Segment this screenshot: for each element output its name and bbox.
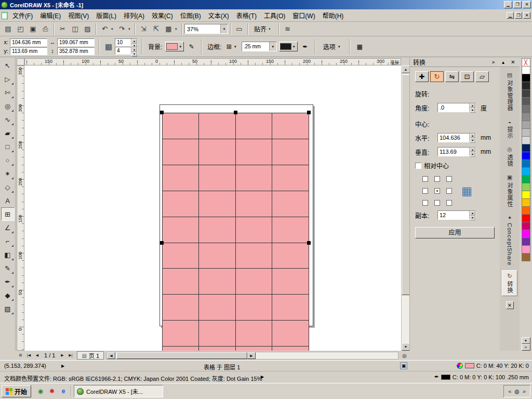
table-cell[interactable] <box>236 321 272 347</box>
docker-tab[interactable]: ◒提示 <box>502 116 517 141</box>
export-icon[interactable]: ⇱ <box>150 23 162 35</box>
text-tool[interactable]: A <box>1 194 15 207</box>
connector-tool[interactable]: ⌐ <box>1 234 15 248</box>
anchor-point[interactable] <box>422 200 428 206</box>
table-cell[interactable] <box>272 139 309 165</box>
expander-icon[interactable]: ▶ <box>261 375 264 379</box>
palette-swatch[interactable] <box>522 97 530 105</box>
chevron-down-icon[interactable]: ▾ <box>220 24 228 33</box>
crop-tool[interactable]: ✄ <box>1 86 15 99</box>
table-cell[interactable] <box>272 113 309 139</box>
table-cell[interactable] <box>163 139 199 165</box>
anchor-point[interactable] <box>434 176 440 182</box>
table-cell[interactable] <box>163 191 199 217</box>
chevron-down-icon[interactable]: ▾ <box>269 42 276 51</box>
chevron-down-icon[interactable]: ▾ <box>128 27 132 31</box>
v-scrollbar[interactable]: ▲ ▼ <box>401 65 409 351</box>
polygon-tool[interactable]: ✶ <box>1 167 15 180</box>
table-cell[interactable] <box>236 243 272 269</box>
center-v-stepper[interactable]: ▴▾ <box>437 147 476 156</box>
add-page-icon[interactable]: ⊞ <box>17 352 24 360</box>
center-h-input[interactable] <box>438 134 469 142</box>
table-cell[interactable] <box>236 165 272 191</box>
palette-swatch[interactable] <box>522 89 530 98</box>
table-cell[interactable] <box>199 269 235 295</box>
cell-margins-button[interactable]: ▦ <box>354 41 365 52</box>
palette-swatch[interactable] <box>522 152 530 160</box>
menu-item[interactable]: 位图(B) <box>177 10 205 21</box>
table-cell[interactable] <box>163 321 199 347</box>
cut-icon[interactable]: ✂ <box>57 23 69 35</box>
x-position-input[interactable] <box>10 38 47 46</box>
h-scroll-thumb[interactable] <box>116 352 247 359</box>
table-cell[interactable] <box>236 347 272 351</box>
page-tab[interactable]: ▤ 页 1 <box>77 351 104 360</box>
palette-swatch[interactable] <box>522 175 530 183</box>
rotate-mode-icon[interactable]: ↻ <box>430 71 444 82</box>
palette-flyout-icon[interactable]: » <box>522 344 530 351</box>
palette-swatch[interactable] <box>522 128 530 137</box>
palette-swatch[interactable] <box>522 105 530 113</box>
table-cell[interactable] <box>163 347 199 351</box>
anchor-point[interactable]: • <box>434 188 440 194</box>
columns-input[interactable] <box>115 47 131 54</box>
chevron-down-icon[interactable]: ▾ <box>111 27 115 31</box>
v-scroll-thumb[interactable] <box>402 74 410 295</box>
zoom-level-combo[interactable]: 37%▾ <box>184 24 228 34</box>
scroll-down-icon[interactable]: ▼ <box>402 343 410 351</box>
anchor-point[interactable] <box>446 200 452 206</box>
quick-launch-app-icon[interactable]: ✱ <box>47 386 57 396</box>
table-cell[interactable] <box>199 295 235 321</box>
anchor-point[interactable] <box>446 188 452 194</box>
palette-scroll-down-icon[interactable]: ▾ <box>522 337 530 344</box>
table-cell[interactable] <box>236 191 272 217</box>
start-button[interactable]: 开始 <box>2 385 31 397</box>
zoom-tool[interactable]: ◎ <box>1 99 15 113</box>
blend-tool[interactable]: ◧ <box>1 248 15 261</box>
last-page-button[interactable]: ▶| <box>66 352 74 360</box>
palette-swatch[interactable] <box>522 167 530 176</box>
anchor-point[interactable] <box>446 176 452 182</box>
spin-up-icon[interactable]: ▴ <box>470 134 475 138</box>
table-cell[interactable] <box>199 321 235 347</box>
table-cell[interactable] <box>236 295 272 321</box>
table-cell[interactable] <box>163 295 199 321</box>
prev-page-button[interactable]: ◀ <box>33 352 41 360</box>
eyedropper-tool[interactable]: ✎ <box>1 261 15 275</box>
center-h-stepper[interactable]: ▴▾ <box>437 133 476 142</box>
table-cell[interactable] <box>272 191 309 217</box>
palette-swatch[interactable] <box>522 191 530 199</box>
menu-item[interactable]: 帮助(H) <box>319 10 348 21</box>
apply-button[interactable]: 应用 <box>415 227 495 238</box>
table-cell[interactable] <box>272 321 309 347</box>
restore-icon[interactable]: ❐ <box>513 1 522 8</box>
dimension-tool[interactable]: ∠ <box>1 221 15 234</box>
tray-network-icon[interactable]: ◍ <box>514 388 520 395</box>
close-icon[interactable]: ✕ <box>523 1 531 8</box>
outline-pen-tool[interactable]: ✒ <box>1 275 15 288</box>
rows-input[interactable] <box>115 39 131 46</box>
doc-minimize-icon[interactable]: ▁ <box>507 12 514 19</box>
table-cell[interactable] <box>199 191 235 217</box>
palette-swatch[interactable] <box>522 82 530 90</box>
docker-close-icon[interactable]: ✕ <box>510 59 516 65</box>
tray-expand-icon[interactable]: » <box>523 388 526 394</box>
palette-swatch[interactable] <box>522 183 530 191</box>
table-cell[interactable] <box>199 243 235 269</box>
width-input[interactable] <box>57 38 95 46</box>
table-cell[interactable] <box>272 347 309 351</box>
expander-icon[interactable]: ▶ <box>61 364 64 368</box>
table-cell[interactable] <box>163 113 199 139</box>
copy-icon[interactable]: ◫ <box>69 23 81 35</box>
palette-swatch[interactable] <box>522 245 530 254</box>
interactive-fill-tool[interactable]: ▧ <box>1 302 15 315</box>
menu-item[interactable]: 表格(T) <box>233 10 260 21</box>
table-cell[interactable] <box>199 113 235 139</box>
table-tool[interactable]: ⊞ <box>1 207 15 221</box>
document-icon[interactable] <box>2 12 8 19</box>
quick-launch-ie-icon[interactable]: e <box>58 386 69 396</box>
shape-tool[interactable]: ▷ <box>1 72 15 86</box>
ruler-origin-button[interactable] <box>17 58 24 65</box>
palette-swatch[interactable] <box>522 206 530 215</box>
position-mode-icon[interactable]: ✚ <box>415 71 429 82</box>
